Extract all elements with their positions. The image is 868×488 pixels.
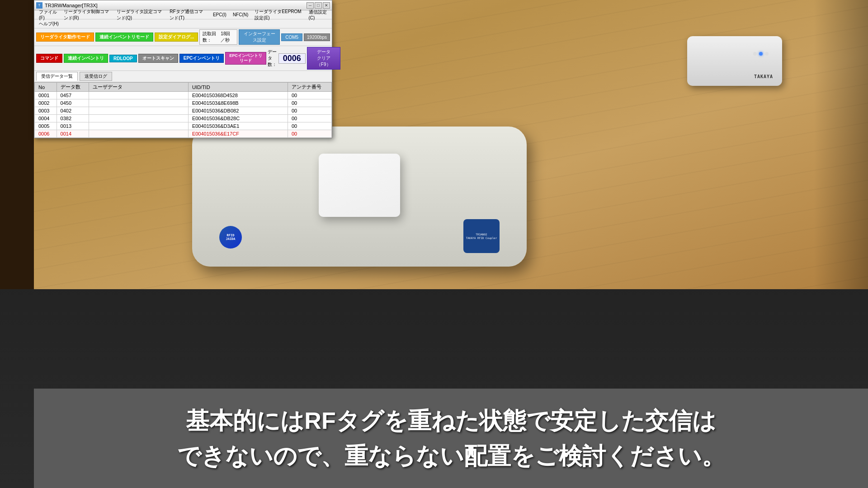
data-count-area: データ数： 0006 [268, 49, 306, 68]
menu-nfc[interactable]: NFC(N) [230, 11, 251, 18]
rdloop-button[interactable]: RDLOOP [109, 55, 137, 62]
cmd-button[interactable]: コマンド [36, 54, 62, 63]
rfid-pad-sticker: TR3AN02 TAKAYA RFID Coupler [463, 219, 500, 253]
table-cell-row3-col4: 00 [288, 115, 331, 122]
rfid-reader-device: TAKAYA [687, 36, 787, 95]
light-indicator-3 [765, 52, 769, 56]
table-cell-row2-col3: E004015036&DB082 [188, 107, 288, 115]
subtitle-line2: できないので、重ならない配置をご検討ください。 [177, 438, 725, 474]
tab-send-log[interactable]: 送受信ログ [80, 72, 112, 81]
table-row: 00010457E0040150368D452800 [35, 92, 332, 99]
table-cell-row0-col0: 0001 [35, 92, 57, 99]
menu-help[interactable]: ヘルプ(H) [36, 20, 61, 28]
menu-reader-settings[interactable]: リーダライタ設定コマンド(Q) [114, 8, 166, 22]
toolbar-row-2: コマンド 連続インベントリ RDLOOP オートスキャン EPCインベントリ E… [34, 46, 332, 71]
col-header-no: No [35, 83, 57, 92]
maximize-button[interactable]: □ [315, 2, 322, 9]
autoscan-button[interactable]: オートスキャン [138, 54, 178, 63]
rfid-pad-body: RFID JAIDA TR3AN02 TAKAYA RFID Coupler [192, 127, 527, 267]
table-cell-row5-col1: 0014 [57, 130, 89, 138]
table-cell-row0-col2 [89, 92, 188, 99]
col-header-user-data: ユーザデータ [89, 83, 188, 92]
read-count-display: 読取回数： 18回／秒 [199, 29, 237, 45]
menu-bar: ファイル(F) リーダライタ制御コマンド(R) リーダライタ設定コマンド(Q) … [34, 10, 332, 19]
inventory-button[interactable]: 連続インベントリ [64, 54, 108, 63]
col-header-antenna: アンテナ番号 [288, 83, 331, 92]
toolbar-row-1: リーダライタ動作モード 連続インベントリモード 設定ダイアログ... 読取回数：… [34, 28, 332, 46]
menu-comm[interactable]: 通信設定(C) [306, 8, 330, 21]
table-cell-row1-col2 [89, 99, 188, 107]
com-display: COM5 [281, 33, 302, 41]
table-row: 00030402E004015036&DB08200 [35, 107, 332, 115]
table-cell-row0-col3: E0040150368D4528 [188, 92, 288, 99]
menu-rf-cmd[interactable]: RFタグ通信コマンド(T) [167, 8, 209, 22]
rfid-card [319, 154, 400, 217]
table-cell-row2-col2 [89, 107, 188, 115]
subtitle-text: 基本的にはRFタグを重ねた状態で安定した交信は できないので、重ならない配置をご… [177, 403, 725, 474]
col-header-uid-tid: UID/TID [188, 83, 288, 92]
table-header-row: No データ数 ユーザデータ UID/TID アンテナ番号 [35, 83, 332, 92]
subtitle-bar: 基本的にはRFタグを重ねた状態で安定した交信は できないので、重ならない配置をご… [34, 389, 868, 488]
table-cell-row2-col0: 0003 [35, 107, 57, 115]
rfid-pad-logo: RFID JAIDA [219, 226, 242, 249]
epc-inv-read-button[interactable]: EPCインベントリリード [225, 52, 266, 65]
table-cell-row3-col2 [89, 115, 188, 122]
tab-row: 受信データ一覧 送受信ログ [34, 71, 332, 82]
rfid-reader-label: TAKAYA [754, 74, 773, 79]
left-strip [0, 0, 34, 289]
table-cell-row4-col3: E004015036&D3AE1 [188, 122, 288, 130]
table-cell-row1-col0: 0002 [35, 99, 57, 107]
tab-receive-data[interactable]: 受信データ一覧 [36, 72, 78, 81]
menu-epc[interactable]: EPC(I) [210, 11, 229, 18]
table-cell-row5-col4: 00 [288, 130, 331, 138]
table-cell-row5-col3: E004015036&E17CF [188, 130, 288, 138]
table-row: 00050013E004015036&D3AE100 [35, 122, 332, 130]
table-row: 00020450E00401503&8E698B00 [35, 99, 332, 107]
read-count-value: 18回／秒 [221, 31, 234, 43]
minimize-button[interactable]: ─ [307, 2, 314, 9]
table-row: 00040382E004015036&DB28C00 [35, 115, 332, 122]
table-cell-row2-col1: 0402 [57, 107, 89, 115]
epc-inv-button[interactable]: EPCインベントリ [179, 54, 224, 63]
mode-button[interactable]: リーダライタ動作モード [36, 33, 94, 42]
table-cell-row0-col1: 0457 [57, 92, 89, 99]
rfid-antenna-pad: RFID JAIDA TR3AN02 TAKAYA RFID Coupler [192, 127, 527, 271]
table-cell-row1-col3: E00401503&8E698B [188, 99, 288, 107]
col-header-data-count: データ数 [57, 83, 89, 92]
table-cell-row3-col0: 0004 [35, 115, 57, 122]
table-cell-row2-col4: 00 [288, 107, 331, 115]
rfid-reader-body: TAKAYA [687, 36, 782, 86]
table-cell-row4-col0: 0005 [35, 122, 57, 130]
table-row: 00060014E004015036&E17CF00 [35, 130, 332, 138]
right-overlay [814, 0, 868, 289]
table-cell-row5-col0: 0006 [35, 130, 57, 138]
table-cell-row1-col4: 00 [288, 99, 331, 107]
table-cell-row4-col2 [89, 122, 188, 130]
table-cell-row3-col3: E004015036&DB28C [188, 115, 288, 122]
bps-display: 19200bps [304, 33, 330, 41]
interface-button[interactable]: インターフェース設定 [239, 29, 280, 45]
table-cell-row1-col1: 0450 [57, 99, 89, 107]
data-count-label: データ数： [268, 49, 277, 68]
table-cell-row4-col4: 00 [288, 122, 331, 130]
inventory-mode-button[interactable]: 連続インベントリモード [95, 33, 153, 42]
table-cell-row0-col4: 00 [288, 92, 331, 99]
dialog-button[interactable]: 設定ダイアログ... [155, 33, 198, 42]
menu-eeprom[interactable]: リーダライタEEPROM設定(E) [252, 8, 305, 22]
title-bar-buttons[interactable]: ─ □ ✕ [307, 2, 330, 9]
subtitle-line1: 基本的にはRFタグを重ねた状態で安定した交信は [177, 403, 725, 438]
menu-reader-ctrl[interactable]: リーダライタ制御コマンド(R) [61, 8, 113, 22]
table-cell-row5-col2 [89, 130, 188, 138]
data-table-container: No データ数 ユーザデータ UID/TID アンテナ番号 00010457E0… [34, 82, 332, 138]
rfid-reader-lights [753, 52, 769, 56]
data-clear-button[interactable]: データクリア（F9） [307, 47, 340, 70]
data-table: No データ数 ユーザデータ UID/TID アンテナ番号 00010457E0… [34, 82, 332, 138]
light-indicator-1 [753, 52, 757, 56]
win-app-window: T TR3RWManager[TR3X] ─ □ ✕ ファイル(F) リーダライ… [34, 0, 332, 138]
light-indicator-2 [759, 52, 763, 56]
close-button[interactable]: ✕ [323, 2, 330, 9]
table-cell-row4-col1: 0013 [57, 122, 89, 130]
data-count-value: 0006 [278, 53, 306, 64]
read-count-label: 読取回数： [203, 31, 219, 43]
table-cell-row3-col1: 0382 [57, 115, 89, 122]
